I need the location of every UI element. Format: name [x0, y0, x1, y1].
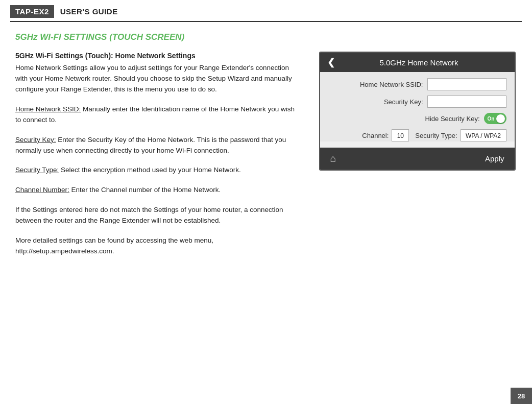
ssid-form-row: Home Network SSID:: [328, 78, 506, 90]
security-type-label: Security Type:: [415, 132, 457, 139]
key-description: Security Key: Enter the Security Key of …: [15, 135, 302, 156]
channel-desc: Enter the Channel number of the Home Net…: [69, 186, 221, 194]
device-form-body: Home Network SSID: Security Key: Hide Se…: [320, 72, 515, 141]
device-screen: ❮ 5.0GHz Home Network Home Network SSID:…: [319, 52, 516, 171]
device-header: ❮ 5.0GHz Home Network: [320, 53, 515, 72]
back-button[interactable]: ❮: [327, 57, 335, 68]
ssid-input[interactable]: [427, 78, 506, 90]
toggle-knob: [496, 114, 505, 123]
text-column: 5GHz Wi-Fi Settings (Touch): Home Networ…: [15, 52, 302, 266]
security-type-value[interactable]: WPA / WPA2: [461, 129, 506, 141]
channel-security-row: Channel: 10 Security Type: WPA / WPA2: [328, 129, 506, 141]
brand-label: TAP-EX2: [10, 5, 54, 18]
device-screenshot: ❮ 5.0GHz Home Network Home Network SSID:…: [318, 52, 517, 171]
ssid-term: Home Network SSID:: [15, 105, 81, 113]
channel-value[interactable]: 10: [392, 129, 409, 141]
key-term: Security Key:: [15, 136, 56, 144]
ssid-form-label: Home Network SSID:: [360, 81, 423, 88]
page-header: TAP-EX2 USER'S GUIDE: [10, 5, 522, 22]
content-row: 5GHz Wi-Fi Settings (Touch): Home Networ…: [15, 52, 517, 266]
security-key-input[interactable]: [427, 96, 506, 108]
home-icon[interactable]: ⌂: [330, 153, 336, 164]
warning-text: If the Settings entered here do not matc…: [15, 205, 302, 226]
key-desc: Enter the Security Key of the Home Netwo…: [15, 136, 286, 154]
key-form-row: Security Key:: [328, 96, 506, 108]
apply-button[interactable]: Apply: [485, 154, 504, 163]
footer-note: More detailed settings can be found by a…: [15, 235, 302, 257]
channel-term: Channel Number:: [15, 186, 69, 194]
hide-key-toggle[interactable]: On: [484, 113, 506, 124]
type-term: Security Type:: [15, 166, 59, 174]
ssid-description: Home Network SSID: Manually enter the Id…: [15, 104, 302, 126]
channel-label: Channel:: [362, 132, 389, 139]
section-title: 5GHz WI-FI SETTINGS (TOUCH SCREEN): [15, 32, 517, 42]
page-number: 28: [511, 388, 532, 404]
hide-key-row: Hide Security Key: On: [328, 113, 506, 124]
device-footer: ⌂ Apply: [320, 148, 515, 170]
channel-description: Channel Number: Enter the Channel number…: [15, 185, 302, 196]
hide-key-label: Hide Security Key:: [425, 115, 480, 123]
toggle-on-text: On: [488, 116, 495, 122]
type-description: Security Type: Select the encryption met…: [15, 165, 302, 176]
type-desc: Select the encryption method used by you…: [59, 166, 240, 174]
intro-text: Home Network Settings allow you to adjus…: [15, 63, 302, 95]
main-content: 5GHz WI-FI SETTINGS (TOUCH SCREEN) 5GHz …: [0, 22, 532, 276]
block-title: 5GHz Wi-Fi Settings (Touch): Home Networ…: [15, 52, 302, 60]
device-title: 5.0GHz Home Network: [340, 58, 498, 67]
key-form-label: Security Key:: [384, 98, 423, 106]
guide-title: USER'S GUIDE: [54, 7, 118, 16]
